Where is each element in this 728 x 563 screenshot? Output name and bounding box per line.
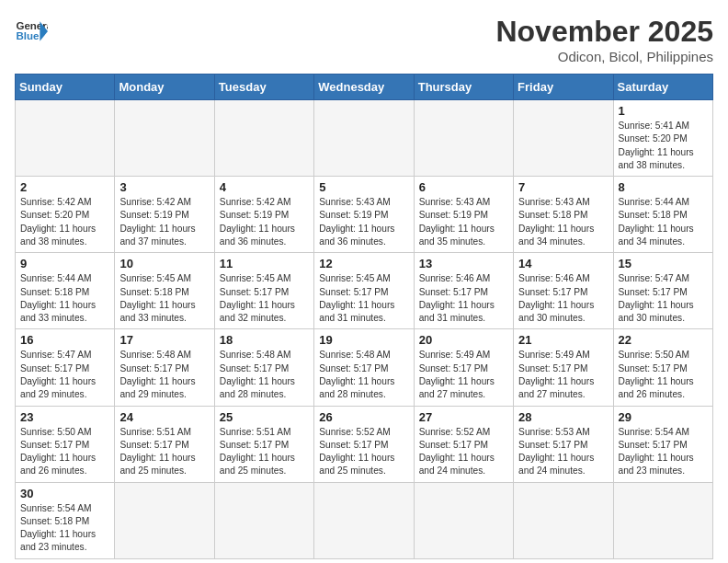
col-friday: Friday <box>514 75 613 100</box>
calendar-day-cell: 29Sunrise: 5:54 AM Sunset: 5:17 PM Dayli… <box>613 406 712 482</box>
logo: General Blue <box>15 15 48 48</box>
calendar-day-cell: 11Sunrise: 5:45 AM Sunset: 5:17 PM Dayli… <box>214 253 313 329</box>
calendar-week-row: 16Sunrise: 5:47 AM Sunset: 5:17 PM Dayli… <box>16 329 713 406</box>
calendar-day-cell <box>16 100 115 177</box>
day-info: Sunrise: 5:48 AM Sunset: 5:17 PM Dayligh… <box>119 349 209 401</box>
calendar-day-cell: 18Sunrise: 5:48 AM Sunset: 5:17 PM Dayli… <box>214 329 313 406</box>
day-number: 12 <box>319 257 408 270</box>
calendar-day-cell <box>314 100 414 177</box>
page-header: General Blue November 2025 Odicon, Bicol… <box>15 15 713 64</box>
col-sunday: Sunday <box>16 75 115 100</box>
calendar-day-cell: 24Sunrise: 5:51 AM Sunset: 5:17 PM Dayli… <box>115 406 214 482</box>
calendar-day-cell: 22Sunrise: 5:50 AM Sunset: 5:17 PM Dayli… <box>613 329 712 406</box>
calendar-week-row: 1Sunrise: 5:41 AM Sunset: 5:20 PM Daylig… <box>16 100 713 177</box>
day-info: Sunrise: 5:53 AM Sunset: 5:17 PM Dayligh… <box>518 426 608 478</box>
day-info: Sunrise: 5:43 AM Sunset: 5:18 PM Dayligh… <box>518 196 608 248</box>
calendar-week-row: 30Sunrise: 5:54 AM Sunset: 5:18 PM Dayli… <box>16 482 713 558</box>
day-number: 21 <box>518 333 608 347</box>
day-number: 26 <box>319 410 408 424</box>
calendar-day-cell <box>414 100 513 177</box>
calendar-day-cell: 4Sunrise: 5:42 AM Sunset: 5:19 PM Daylig… <box>214 177 313 253</box>
calendar-day-cell: 16Sunrise: 5:47 AM Sunset: 5:17 PM Dayli… <box>16 329 115 406</box>
day-info: Sunrise: 5:49 AM Sunset: 5:17 PM Dayligh… <box>518 349 608 401</box>
calendar-day-cell: 25Sunrise: 5:51 AM Sunset: 5:17 PM Dayli… <box>214 406 313 482</box>
day-info: Sunrise: 5:44 AM Sunset: 5:18 PM Dayligh… <box>619 196 708 248</box>
calendar-day-cell <box>613 482 712 558</box>
day-info: Sunrise: 5:52 AM Sunset: 5:17 PM Dayligh… <box>319 426 408 478</box>
col-tuesday: Tuesday <box>214 75 313 100</box>
day-number: 6 <box>419 180 508 194</box>
calendar-day-cell: 19Sunrise: 5:48 AM Sunset: 5:17 PM Dayli… <box>314 329 414 406</box>
day-info: Sunrise: 5:41 AM Sunset: 5:20 PM Dayligh… <box>619 120 708 172</box>
day-number: 4 <box>220 180 309 194</box>
day-number: 10 <box>119 257 209 270</box>
day-info: Sunrise: 5:51 AM Sunset: 5:17 PM Dayligh… <box>119 426 209 478</box>
col-thursday: Thursday <box>414 75 513 100</box>
calendar-day-cell: 28Sunrise: 5:53 AM Sunset: 5:17 PM Dayli… <box>514 406 613 482</box>
calendar-day-cell: 26Sunrise: 5:52 AM Sunset: 5:17 PM Dayli… <box>314 406 414 482</box>
calendar-day-cell <box>414 482 513 558</box>
calendar-day-cell: 8Sunrise: 5:44 AM Sunset: 5:18 PM Daylig… <box>613 177 712 253</box>
calendar-day-cell: 12Sunrise: 5:45 AM Sunset: 5:17 PM Dayli… <box>314 253 414 329</box>
day-info: Sunrise: 5:48 AM Sunset: 5:17 PM Dayligh… <box>220 349 309 401</box>
day-number: 29 <box>619 410 708 424</box>
day-number: 22 <box>619 333 708 347</box>
col-monday: Monday <box>115 75 214 100</box>
calendar-week-row: 23Sunrise: 5:50 AM Sunset: 5:17 PM Dayli… <box>16 406 713 482</box>
calendar-table: Sunday Monday Tuesday Wednesday Thursday… <box>15 74 713 559</box>
calendar-day-cell <box>214 100 313 177</box>
day-number: 18 <box>220 333 309 347</box>
day-info: Sunrise: 5:45 AM Sunset: 5:17 PM Dayligh… <box>319 272 408 325</box>
day-number: 28 <box>518 410 608 424</box>
day-number: 20 <box>419 333 508 347</box>
calendar-day-cell <box>514 100 613 177</box>
month-title: November 2025 <box>495 15 713 49</box>
calendar-day-cell: 30Sunrise: 5:54 AM Sunset: 5:18 PM Dayli… <box>16 482 115 558</box>
day-number: 9 <box>20 257 109 270</box>
calendar-day-cell: 13Sunrise: 5:46 AM Sunset: 5:17 PM Dayli… <box>414 253 513 329</box>
day-number: 16 <box>20 333 109 347</box>
day-number: 2 <box>20 180 109 194</box>
day-info: Sunrise: 5:46 AM Sunset: 5:17 PM Dayligh… <box>419 272 508 325</box>
calendar-day-cell <box>314 482 414 558</box>
calendar-day-cell: 5Sunrise: 5:43 AM Sunset: 5:19 PM Daylig… <box>314 177 414 253</box>
day-info: Sunrise: 5:45 AM Sunset: 5:18 PM Dayligh… <box>119 272 209 325</box>
day-info: Sunrise: 5:54 AM Sunset: 5:18 PM Dayligh… <box>20 502 109 555</box>
day-info: Sunrise: 5:50 AM Sunset: 5:17 PM Dayligh… <box>619 349 708 401</box>
calendar-week-row: 2Sunrise: 5:42 AM Sunset: 5:20 PM Daylig… <box>16 177 713 253</box>
day-number: 13 <box>419 257 508 270</box>
col-wednesday: Wednesday <box>314 75 414 100</box>
day-info: Sunrise: 5:47 AM Sunset: 5:17 PM Dayligh… <box>20 349 109 401</box>
calendar-day-cell: 15Sunrise: 5:47 AM Sunset: 5:17 PM Dayli… <box>613 253 712 329</box>
day-info: Sunrise: 5:47 AM Sunset: 5:17 PM Dayligh… <box>619 272 708 325</box>
logo-icon: General Blue <box>15 15 48 48</box>
calendar-day-cell <box>115 482 214 558</box>
location-subtitle: Odicon, Bicol, Philippines <box>495 49 713 64</box>
calendar-day-cell: 14Sunrise: 5:46 AM Sunset: 5:17 PM Dayli… <box>514 253 613 329</box>
day-info: Sunrise: 5:45 AM Sunset: 5:17 PM Dayligh… <box>220 272 309 325</box>
day-number: 25 <box>220 410 309 424</box>
calendar-day-cell <box>115 100 214 177</box>
calendar-day-cell: 20Sunrise: 5:49 AM Sunset: 5:17 PM Dayli… <box>414 329 513 406</box>
calendar-week-row: 9Sunrise: 5:44 AM Sunset: 5:18 PM Daylig… <box>16 253 713 329</box>
calendar-day-cell: 27Sunrise: 5:52 AM Sunset: 5:17 PM Dayli… <box>414 406 513 482</box>
day-info: Sunrise: 5:48 AM Sunset: 5:17 PM Dayligh… <box>319 349 408 401</box>
day-info: Sunrise: 5:49 AM Sunset: 5:17 PM Dayligh… <box>419 349 508 401</box>
day-number: 30 <box>20 487 109 500</box>
day-number: 17 <box>119 333 209 347</box>
day-number: 14 <box>518 257 608 270</box>
calendar-day-cell: 6Sunrise: 5:43 AM Sunset: 5:19 PM Daylig… <box>414 177 513 253</box>
calendar-day-cell: 10Sunrise: 5:45 AM Sunset: 5:18 PM Dayli… <box>115 253 214 329</box>
day-number: 11 <box>220 257 309 270</box>
calendar-day-cell: 1Sunrise: 5:41 AM Sunset: 5:20 PM Daylig… <box>613 100 712 177</box>
col-saturday: Saturday <box>613 75 712 100</box>
day-number: 27 <box>419 410 508 424</box>
calendar-header-row: Sunday Monday Tuesday Wednesday Thursday… <box>16 75 713 100</box>
day-info: Sunrise: 5:43 AM Sunset: 5:19 PM Dayligh… <box>419 196 508 248</box>
day-info: Sunrise: 5:54 AM Sunset: 5:17 PM Dayligh… <box>619 426 708 478</box>
day-info: Sunrise: 5:46 AM Sunset: 5:17 PM Dayligh… <box>518 272 608 325</box>
calendar-day-cell: 17Sunrise: 5:48 AM Sunset: 5:17 PM Dayli… <box>115 329 214 406</box>
calendar-day-cell: 3Sunrise: 5:42 AM Sunset: 5:19 PM Daylig… <box>115 177 214 253</box>
day-number: 3 <box>119 180 209 194</box>
day-info: Sunrise: 5:52 AM Sunset: 5:17 PM Dayligh… <box>419 426 508 478</box>
